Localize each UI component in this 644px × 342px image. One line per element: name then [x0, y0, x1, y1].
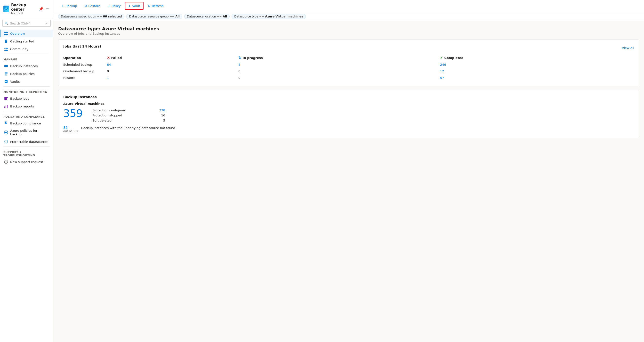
monitoring-section-label: Monitoring + reporting — [0, 88, 53, 94]
table-row: On-demand backup 0 0 12 — [63, 68, 634, 74]
backup-button[interactable]: + Backup — [58, 2, 80, 10]
sidebar-item-label-backup-instances: Backup instances — [10, 64, 38, 68]
sidebar-item-vaults[interactable]: Vaults — [0, 78, 53, 86]
location-filter[interactable]: Datasource location == All — [184, 14, 230, 19]
compliance-icon — [4, 121, 8, 126]
restore-button[interactable]: ↺ Restore — [81, 2, 103, 10]
protectable-icon — [4, 140, 8, 144]
protection-configured-label: Protection configured — [92, 108, 126, 112]
svg-rect-28 — [6, 106, 6, 108]
resource-group-filter[interactable]: Datasource resource group == All — [126, 14, 182, 19]
subscription-filter-label: Datasource subscription == — [61, 15, 102, 18]
sidebar-item-backup-jobs[interactable]: Backup jobs — [0, 94, 53, 102]
search-input[interactable] — [10, 22, 44, 25]
refresh-icon: ↻ — [148, 4, 150, 8]
subscription-filter[interactable]: Datasource subscription == 66 selected — [58, 14, 124, 19]
refresh-button[interactable]: ↻ Refresh — [144, 2, 167, 10]
failed-value-1[interactable]: 64 — [107, 63, 111, 66]
instances-footer-description: Backup instances with the underlying dat… — [81, 126, 175, 130]
filters-bar: Datasource subscription == 66 selected D… — [53, 12, 644, 21]
policy-button-label: Policy — [112, 4, 120, 8]
jobs-icon — [4, 96, 8, 101]
svg-rect-18 — [4, 73, 8, 74]
azure-policies-icon — [4, 130, 8, 134]
sidebar-item-label-vaults: Vaults — [10, 80, 20, 84]
vault-plus-icon: + — [128, 4, 131, 8]
completed-status-icon: ✔ — [440, 56, 443, 60]
search-bar[interactable]: 🔍 « — [2, 20, 51, 27]
sidebar-item-label-support: New support request — [10, 160, 43, 164]
inprogress-cell-1: 8 — [238, 61, 440, 68]
vault-button-label: Vault — [132, 4, 140, 8]
svg-point-23 — [6, 81, 6, 82]
collapse-icon[interactable]: « — [45, 21, 48, 26]
svg-point-10 — [5, 50, 7, 51]
sidebar: Backup center Microsoft 📌 ··· 🔍 « Overvi… — [0, 0, 53, 342]
sidebar-item-label-backup-reports: Backup reports — [10, 104, 34, 108]
jobs-card: Jobs (last 24 Hours) View all Operation … — [58, 39, 639, 86]
svg-rect-17 — [4, 72, 8, 72]
sidebar-item-label-azure-policies: Azure policies for backup — [10, 129, 50, 136]
vault-button[interactable]: + Vault — [125, 2, 144, 10]
sidebar-item-backup-reports[interactable]: Backup reports — [0, 102, 53, 110]
type-filter[interactable]: Datasource type == Azure Virtual machine… — [232, 14, 306, 19]
sidebar-item-community[interactable]: Community — [0, 45, 53, 53]
inprogress-status-icon: ↻ — [238, 56, 242, 60]
type-filter-value: Azure Virtual machines — [265, 15, 303, 18]
svg-rect-26 — [4, 99, 7, 100]
jobs-card-header: Jobs (last 24 Hours) View all — [63, 44, 634, 51]
completed-value-3[interactable]: 57 — [440, 76, 444, 80]
location-filter-label: Datasource location == — [187, 15, 222, 18]
sidebar-item-backup-compliance[interactable]: Backup compliance — [0, 119, 53, 127]
svg-rect-29 — [7, 105, 8, 108]
completed-value-1[interactable]: 246 — [440, 63, 446, 66]
sidebar-item-getting-started[interactable]: Getting started — [0, 37, 53, 45]
location-filter-value: All — [223, 15, 227, 18]
sidebar-item-label-backup-policies: Backup policies — [10, 72, 35, 76]
page-title-block: Datasource type: Azure Virtual machines … — [58, 26, 639, 36]
jobs-table: Operation ✖ Failed ↻ In progress — [63, 54, 634, 81]
sidebar-item-support[interactable]: New support request — [0, 158, 53, 166]
backup-instances-card-title: Backup instances — [63, 95, 634, 99]
failed-cell-2: 0 — [107, 68, 238, 74]
subscription-filter-value: 66 selected — [103, 15, 122, 18]
failed-cell-3: 1 — [107, 74, 238, 81]
jobs-table-body: Scheduled backup 64 8 246 On-demand back… — [63, 61, 634, 81]
support-divider — [4, 146, 50, 147]
table-row: Restore 1 0 57 — [63, 74, 634, 81]
svg-point-12 — [7, 50, 8, 51]
refresh-button-label: Refresh — [152, 4, 164, 8]
pin-icon[interactable]: 📌 — [38, 6, 44, 12]
sidebar-item-label-overview: Overview — [10, 32, 25, 36]
more-icon[interactable]: ··· — [45, 6, 50, 12]
svg-point-8 — [4, 48, 5, 49]
protection-configured-value[interactable]: 338 — [156, 108, 165, 112]
protection-stopped-label: Protection stopped — [92, 114, 122, 117]
sidebar-item-protectable[interactable]: Protectable datasources — [0, 138, 53, 146]
jobs-table-header: Operation ✖ Failed ↻ In progress — [63, 54, 634, 61]
inprogress-value-3: 0 — [238, 76, 240, 80]
policy-button[interactable]: + Policy — [104, 2, 124, 10]
svg-point-15 — [7, 65, 7, 66]
sidebar-item-backup-policies[interactable]: Backup policies — [0, 70, 53, 78]
inprogress-col-label: In progress — [243, 56, 263, 60]
inprogress-value-2: 0 — [238, 69, 240, 73]
operation-cell-2: On-demand backup — [63, 68, 107, 74]
soft-deleted-value: 5 — [156, 118, 165, 122]
sidebar-nav: Overview Getting started Community Manag… — [0, 28, 53, 342]
instances-footer-number[interactable]: 86 — [63, 126, 78, 130]
policies-icon — [4, 72, 8, 76]
page-subtitle: Overview of Jobs and Backup instances — [58, 32, 639, 36]
inprogress-value-1[interactable]: 8 — [238, 63, 240, 66]
completed-value-2[interactable]: 12 — [440, 69, 444, 73]
sidebar-item-backup-instances[interactable]: Backup instances — [0, 62, 53, 70]
search-icon: 🔍 — [4, 22, 8, 25]
operation-col-header: Operation — [63, 54, 107, 61]
view-all-link[interactable]: View all — [622, 46, 634, 50]
soft-deleted-label: Soft deleted — [92, 118, 112, 122]
resource-group-filter-label: Datasource resource group == — [129, 15, 174, 18]
sidebar-item-overview[interactable]: Overview — [0, 30, 53, 37]
failed-value-3[interactable]: 1 — [107, 76, 109, 80]
sidebar-item-azure-policies[interactable]: Azure policies for backup — [0, 127, 53, 138]
rocket-icon — [4, 39, 8, 44]
